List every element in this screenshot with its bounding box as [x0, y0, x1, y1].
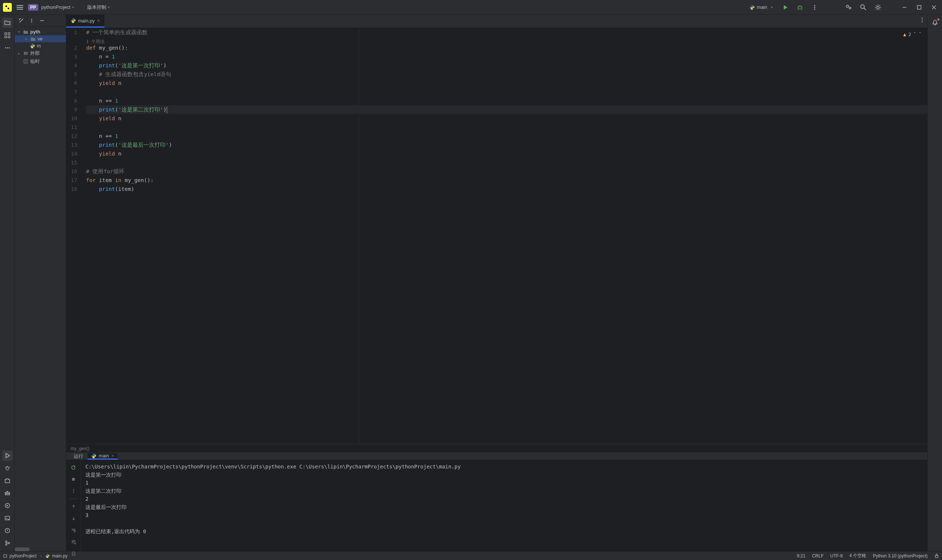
run-button[interactable] — [780, 2, 790, 12]
rerun-button[interactable] — [68, 462, 79, 473]
python-icon — [91, 453, 96, 458]
run-config-tab[interactable]: main × — [88, 453, 118, 460]
more-tool-button[interactable] — [2, 43, 12, 53]
sb-lock-icon[interactable] — [934, 553, 939, 558]
stop-button[interactable] — [68, 474, 79, 485]
gutter[interactable]: 1 2 3 4 5 6 7 8 9 10 11 12 13 1 — [66, 28, 85, 444]
python-icon — [749, 5, 755, 10]
scroll-up-button[interactable] — [68, 501, 79, 512]
tree-scratches[interactable]: ▸ 临时 — [15, 57, 66, 65]
run-panel: 运行 main × — [66, 452, 927, 551]
project-name: pythonProject — [41, 5, 71, 10]
editor-breadcrumb[interactable]: my_gen() — [66, 444, 927, 452]
debug-button[interactable] — [795, 2, 805, 12]
svg-point-40 — [73, 492, 74, 493]
sb-indent[interactable]: 4 个空格 — [849, 553, 866, 559]
tree-label: m — [37, 43, 41, 49]
editor-tab-main[interactable]: main.py × — [66, 15, 105, 28]
svg-rect-37 — [72, 478, 75, 480]
chevron-down-icon: ▾ — [72, 5, 74, 9]
sb-interpreter[interactable]: Python 3.10 (pythonProject) — [873, 553, 928, 558]
run-toolbar — [66, 460, 81, 560]
close-tab-button[interactable]: × — [97, 18, 100, 23]
svg-point-25 — [6, 544, 7, 545]
vcs-tool-button[interactable] — [2, 538, 12, 548]
search-button[interactable] — [858, 2, 868, 12]
tree-project-root[interactable]: ▾ pyth — [15, 28, 66, 35]
debug-tool-button[interactable] — [2, 463, 12, 473]
project-selector[interactable]: pythonProject ▾ — [41, 5, 74, 10]
run-config-name: main — [757, 5, 767, 10]
maximize-button[interactable] — [914, 2, 924, 12]
scroll-to-end-button[interactable] — [68, 537, 79, 548]
sidebar-scrollbar[interactable] — [15, 548, 29, 551]
hide-sidebar-button[interactable] — [18, 17, 25, 24]
svg-point-17 — [6, 467, 9, 470]
notifications-button[interactable] — [930, 18, 940, 28]
structure-tool-button[interactable] — [2, 30, 12, 40]
code-with-me-button[interactable] — [843, 2, 854, 12]
editor-tabs: main.py × — [66, 15, 927, 28]
editor-more-button[interactable] — [917, 15, 927, 25]
sb-position[interactable]: 9:21 — [797, 553, 805, 558]
close-run-tab-button[interactable]: × — [111, 453, 114, 458]
run-tool-button[interactable] — [2, 451, 12, 461]
more-actions-button[interactable] — [809, 2, 820, 12]
minimize-button[interactable] — [899, 2, 910, 12]
settings-button[interactable] — [873, 2, 883, 12]
svg-point-38 — [73, 489, 74, 490]
soft-wrap-button[interactable] — [68, 525, 79, 536]
python-icon — [29, 43, 35, 49]
chevron-right-icon: ▸ — [16, 51, 22, 55]
right-toolwindow-bar — [927, 15, 942, 551]
titlebar: PP pythonProject ▾ 版本控制 ▾ main ▾ — [0, 0, 942, 15]
svg-point-8 — [877, 6, 879, 8]
svg-rect-22 — [5, 516, 9, 520]
terminal-tool-button[interactable] — [2, 513, 12, 523]
close-button[interactable] — [929, 2, 939, 12]
svg-rect-20 — [5, 494, 9, 495]
sidebar-more-button[interactable] — [28, 17, 35, 24]
svg-point-14 — [5, 48, 6, 49]
problems-tool-button[interactable] — [2, 525, 12, 536]
sb-file[interactable]: main.py — [52, 553, 67, 558]
tree-main-py[interactable]: m — [15, 42, 66, 49]
python-packages-button[interactable] — [2, 475, 12, 486]
sb-project[interactable]: pythonProject — [9, 553, 36, 558]
run-more-button[interactable] — [68, 485, 79, 496]
svg-rect-9 — [917, 6, 921, 9]
sidebar-collapse-button[interactable] — [38, 17, 46, 24]
tree-external-libs[interactable]: ▸ 外部 — [15, 49, 66, 57]
tree-label: ve — [37, 36, 43, 42]
svg-point-7 — [861, 5, 864, 8]
svg-point-29 — [31, 22, 32, 23]
vcs-menu[interactable]: 版本控制 ▾ — [81, 4, 109, 11]
project-tree[interactable]: ▾ pyth ▸ ve m ▸ 外部 ▸ — [15, 27, 66, 551]
app-logo — [3, 3, 12, 12]
svg-rect-42 — [4, 554, 7, 557]
chevron-down-icon: ▾ — [108, 5, 109, 9]
console-output[interactable]: C:\Users\lipin\PycharmProjects\pythonPro… — [81, 460, 927, 560]
tree-venv[interactable]: ▸ ve — [15, 35, 66, 42]
run-config-selector[interactable]: main ▾ — [746, 3, 775, 11]
editor-tab-label: main.py — [78, 18, 95, 23]
sb-line-ending[interactable]: CRLF — [812, 553, 823, 558]
sb-encoding[interactable]: UTF-8 — [830, 553, 843, 558]
svg-point-28 — [31, 20, 32, 22]
editor-body[interactable]: ▲ 2 ˆ ˇ 1 2 3 4 5 6 7 8 — [66, 28, 927, 444]
main-menu-button[interactable] — [15, 2, 25, 12]
python-icon — [45, 554, 50, 558]
svg-point-26 — [8, 542, 9, 544]
scroll-down-button[interactable] — [68, 513, 79, 524]
services-tool-button[interactable] — [2, 488, 12, 498]
python-console-button[interactable] — [2, 500, 12, 511]
chevron-right-icon: › — [40, 553, 42, 558]
left-toolwindow-bar — [0, 15, 15, 551]
project-tool-button[interactable] — [2, 18, 12, 28]
tree-label: pyth — [30, 29, 40, 35]
code-area[interactable]: # 一个简单的生成器函数 1 个用法 def my_gen(): n = 1 p… — [85, 28, 927, 444]
svg-point-2 — [814, 5, 816, 6]
svg-rect-0 — [5, 5, 10, 10]
svg-point-5 — [846, 5, 848, 7]
svg-rect-19 — [5, 492, 9, 494]
